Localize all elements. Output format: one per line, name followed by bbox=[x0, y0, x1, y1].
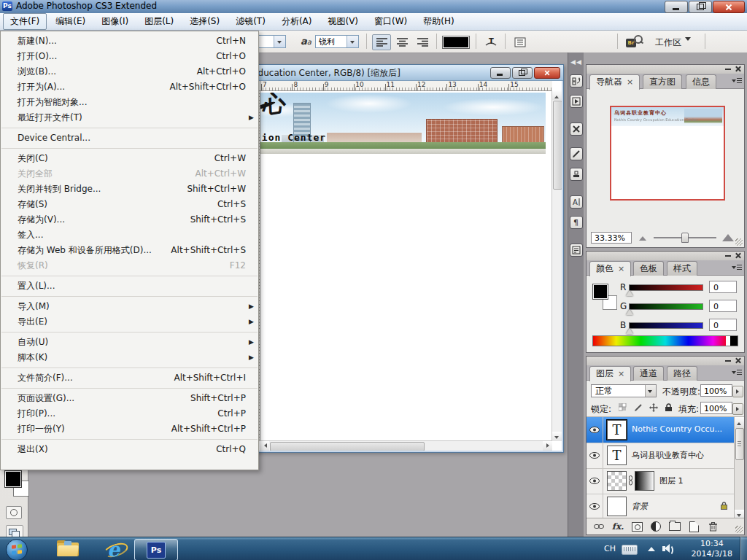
layer-visibility-toggle[interactable] bbox=[587, 494, 603, 519]
channel-slider-thumb[interactable] bbox=[626, 328, 633, 334]
expand-dock-button[interactable]: ◀◀ bbox=[568, 58, 584, 70]
layer-mask-thumbnail[interactable] bbox=[635, 471, 654, 491]
scroll-up-button[interactable] bbox=[735, 417, 744, 427]
quick-mask-button[interactable] bbox=[6, 506, 22, 519]
tab-色板[interactable]: 色板 bbox=[633, 261, 664, 276]
chevron-down-icon[interactable] bbox=[645, 385, 656, 397]
panel-menu-icon[interactable] bbox=[732, 369, 742, 377]
channel-value-field[interactable]: 0 bbox=[709, 281, 737, 293]
lock-transparent-button[interactable] bbox=[617, 402, 628, 413]
file-menu-item[interactable]: 存储(S)Ctrl+S bbox=[1, 197, 258, 212]
menubar-item[interactable]: 图层(L) bbox=[137, 13, 181, 30]
file-menu-item[interactable]: 关闭(C)Ctrl+W bbox=[1, 151, 258, 166]
fill-spinner[interactable] bbox=[732, 403, 743, 415]
channel-value-field[interactable]: 0 bbox=[709, 319, 737, 331]
minimize-icon[interactable] bbox=[725, 66, 731, 71]
layer-row[interactable]: 图层 1 bbox=[587, 468, 735, 494]
doc-restore-button[interactable] bbox=[512, 67, 533, 79]
file-menu-item[interactable]: 打印(P)...Ctrl+P bbox=[1, 406, 258, 421]
brushes-button[interactable] bbox=[570, 147, 583, 160]
layer-visibility-toggle[interactable] bbox=[587, 417, 603, 443]
close-icon[interactable] bbox=[735, 66, 741, 72]
minimize-icon[interactable] bbox=[725, 253, 731, 258]
canvas[interactable]: 心 tion Center bbox=[260, 90, 552, 441]
minimize-icon[interactable] bbox=[725, 358, 731, 363]
horizontal-scrollbar[interactable] bbox=[260, 440, 552, 451]
language-indicator[interactable]: CH bbox=[604, 544, 616, 553]
vertical-scrollbar[interactable] bbox=[551, 90, 562, 441]
navigator-zoom-slider[interactable] bbox=[654, 237, 716, 238]
menubar-item[interactable]: 编辑(E) bbox=[48, 13, 93, 30]
file-menu-item[interactable]: 打开为(A)...Alt+Shift+Ctrl+O bbox=[1, 79, 258, 95]
file-menu-item[interactable]: 打开为智能对象... bbox=[1, 95, 258, 110]
paragraph-button[interactable]: ¶ bbox=[570, 216, 583, 229]
file-menu-item[interactable]: 脚本(K)▶ bbox=[1, 350, 258, 365]
navigator-thumbnail[interactable]: 乌词县职业教育中心 Nothis Country Occupation Educ… bbox=[610, 106, 725, 201]
link-layers-button[interactable] bbox=[592, 521, 605, 532]
file-menu-item[interactable]: 新建(N)...Ctrl+N bbox=[1, 34, 258, 49]
scroll-down-button[interactable] bbox=[552, 432, 562, 441]
show-hidden-icons-button[interactable] bbox=[648, 547, 655, 551]
scroll-up-button[interactable] bbox=[552, 90, 562, 100]
text-color-swatch[interactable] bbox=[442, 36, 470, 49]
resize-grip[interactable] bbox=[735, 238, 743, 246]
chevron-down-icon[interactable] bbox=[274, 36, 285, 47]
anti-alias-combo[interactable]: 锐利 bbox=[315, 35, 359, 48]
tool-presets-button[interactable] bbox=[570, 122, 583, 136]
restore-button[interactable] bbox=[689, 1, 712, 13]
layer-row[interactable]: TNothis Country Occu... bbox=[587, 417, 735, 443]
layer-comps-button[interactable] bbox=[570, 244, 583, 257]
history-button[interactable] bbox=[570, 74, 583, 88]
foreground-color-swatch[interactable] bbox=[4, 470, 22, 488]
zoom-in-icon[interactable] bbox=[722, 234, 734, 241]
tab-close-icon[interactable]: × bbox=[618, 264, 624, 273]
warp-text-button[interactable]: T bbox=[481, 34, 500, 50]
blend-mode-combo[interactable]: 正常 bbox=[591, 384, 657, 397]
start-button[interactable] bbox=[6, 539, 28, 560]
layer-row[interactable]: 背景 bbox=[587, 494, 735, 519]
file-menu-item[interactable]: 页面设置(G)...Shift+Ctrl+P bbox=[1, 391, 258, 406]
tab-直方图[interactable]: 直方图 bbox=[643, 74, 682, 89]
layer-row[interactable]: T乌词县职业教育中心 bbox=[587, 443, 735, 469]
zoom-slider-thumb[interactable] bbox=[681, 233, 689, 243]
chevron-down-icon[interactable] bbox=[347, 36, 358, 47]
channel-slider[interactable] bbox=[629, 303, 703, 310]
file-menu-item[interactable]: 导入(M)▶ bbox=[1, 299, 258, 314]
file-menu-item[interactable]: 最近打开文件(T)▶ bbox=[1, 110, 258, 125]
character-button[interactable]: A bbox=[570, 195, 583, 209]
tab-颜色[interactable]: 颜色× bbox=[589, 261, 631, 276]
panel-menu-icon[interactable] bbox=[732, 77, 742, 85]
file-menu-item[interactable]: 存储为(V)...Shift+Ctrl+S bbox=[1, 212, 258, 228]
channel-value-field[interactable]: 0 bbox=[709, 300, 737, 312]
layer-visibility-toggle[interactable] bbox=[587, 468, 603, 494]
layer-style-button[interactable]: fx. bbox=[611, 521, 624, 532]
close-icon[interactable] bbox=[735, 357, 741, 364]
align-left-button[interactable] bbox=[372, 34, 391, 50]
tab-close-icon[interactable]: × bbox=[627, 77, 633, 87]
file-menu-item[interactable]: 浏览(B)...Alt+Ctrl+O bbox=[1, 64, 258, 79]
taskbar-clock[interactable]: 10:34 2014/3/18 bbox=[692, 539, 732, 559]
lock-paint-button[interactable] bbox=[632, 402, 643, 413]
menubar-item[interactable]: 帮助(H) bbox=[416, 13, 461, 30]
file-menu-item[interactable]: 存储为 Web 和设备所用格式(D)...Alt+Shift+Ctrl+S bbox=[1, 243, 258, 258]
align-center-button[interactable] bbox=[392, 34, 411, 50]
add-mask-button[interactable] bbox=[630, 521, 643, 532]
speaker-icon[interactable] bbox=[662, 544, 674, 553]
opacity-field[interactable]: 100% bbox=[700, 384, 732, 397]
tab-信息[interactable]: 信息 bbox=[686, 74, 716, 89]
file-menu-item[interactable]: 打开(O)...Ctrl+O bbox=[1, 49, 258, 64]
close-icon[interactable] bbox=[735, 252, 741, 259]
new-group-button[interactable] bbox=[668, 521, 681, 532]
panel-menu-icon[interactable] bbox=[732, 264, 742, 272]
resize-grip[interactable] bbox=[735, 526, 743, 533]
tab-close-icon[interactable]: × bbox=[618, 369, 624, 378]
delete-layer-button[interactable] bbox=[706, 521, 719, 532]
close-button[interactable] bbox=[713, 1, 745, 13]
horizontal-scroll-thumb[interactable] bbox=[270, 442, 425, 451]
scroll-left-button[interactable] bbox=[260, 441, 269, 451]
layer-thumbnail[interactable]: T bbox=[607, 420, 627, 440]
layers-scrollbar[interactable] bbox=[734, 417, 744, 519]
align-right-button[interactable] bbox=[413, 34, 432, 50]
fill-field[interactable]: 100% bbox=[700, 402, 732, 414]
vertical-scroll-thumb[interactable] bbox=[553, 101, 562, 190]
